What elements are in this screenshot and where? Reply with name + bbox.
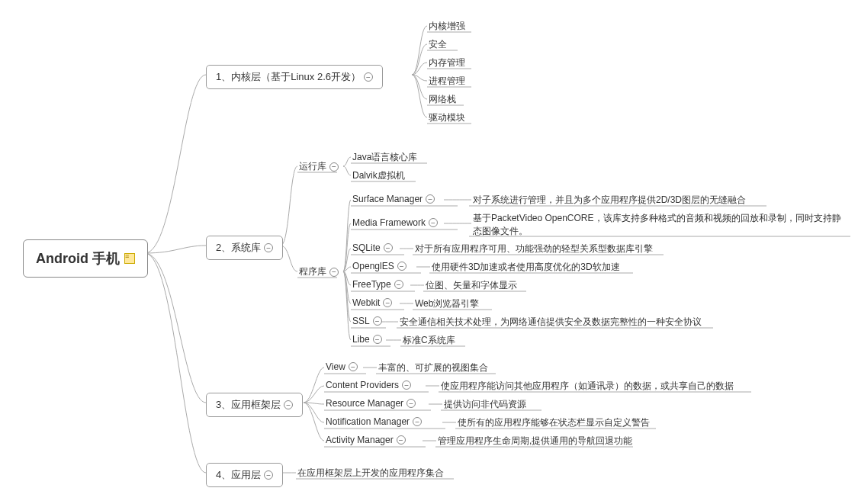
app-layer-desc[interactable]: 在应用框架层上开发的应用程序集合 (297, 467, 444, 480)
collapse-icon[interactable]: − (384, 243, 393, 252)
prglib-desc-2[interactable]: 对于所有应用程序可用、功能强劲的轻型关系型数据库引擎 (415, 242, 653, 255)
desc: 提供访问非代码资源 (444, 398, 526, 411)
collapse-icon[interactable]: − (402, 380, 411, 390)
kernel-child-2[interactable]: 内存管理 (429, 56, 465, 69)
label: 驱动模块 (429, 111, 465, 124)
label: 2、系统库 (216, 241, 261, 255)
label: 安全 (429, 38, 447, 51)
collapse-icon[interactable]: − (394, 280, 403, 289)
prglib-child-1[interactable]: Media Framework− (352, 217, 438, 228)
prglib-child-7[interactable]: Libe− (352, 334, 382, 345)
root-label: Android 手机 (36, 249, 120, 268)
prglib-child-0[interactable]: Surface Manager− (352, 194, 435, 204)
collapse-icon[interactable]: − (397, 262, 407, 271)
rtlib-child-1[interactable]: Dalvik虚拟机 (352, 169, 405, 182)
topic-app-framework[interactable]: 3、应用框架层 − (206, 393, 303, 417)
label: 程序库 (299, 265, 326, 278)
note-icon[interactable]: ≡ (124, 253, 135, 264)
prglib-child-6[interactable]: SSL− (352, 316, 382, 326)
prglib-desc-3[interactable]: 使用硬件3D加速或者使用高度优化的3D软加速 (432, 261, 620, 274)
label: 运行库 (299, 160, 326, 173)
prglib-child-4[interactable]: FreeType− (352, 279, 403, 290)
program-lib[interactable]: 程序库 − (299, 265, 339, 278)
kernel-child-3[interactable]: 进程管理 (429, 75, 465, 88)
label: FreeType (352, 279, 391, 290)
collapse-icon[interactable]: − (397, 435, 406, 445)
kernel-child-1[interactable]: 安全 (429, 38, 447, 51)
label: Content Providers (326, 380, 399, 390)
prglib-desc-7[interactable]: 标准C系统库 (403, 334, 455, 347)
label: 内核增强 (429, 20, 465, 33)
collapse-icon[interactable]: − (364, 72, 373, 82)
desc: 标准C系统库 (403, 334, 455, 347)
label: Resource Manager (326, 398, 403, 409)
collapse-icon[interactable]: − (284, 400, 293, 409)
desc: 使所有的应用程序能够在状态栏显示自定义警告 (458, 416, 650, 429)
fw-desc-1[interactable]: 使应用程序能访问其他应用程序（如通讯录）的数据，或共享自己的数据 (441, 380, 734, 393)
collapse-icon[interactable]: − (413, 417, 422, 426)
collapse-icon[interactable]: − (373, 335, 382, 344)
collapse-icon[interactable]: − (373, 316, 382, 326)
prglib-desc-5[interactable]: Web浏览器引擎 (415, 297, 479, 310)
prglib-desc-0[interactable]: 对子系统进行管理，并且为多个应用程序提供2D/3D图层的无缝融合 (473, 194, 746, 207)
desc: 对于所有应用程序可用、功能强劲的轻型关系型数据库引擎 (415, 242, 653, 255)
label: Media Framework (352, 217, 426, 228)
collapse-icon[interactable]: − (429, 218, 438, 227)
rtlib-child-0[interactable]: Java语言核心库 (352, 151, 417, 164)
desc: 使应用程序能访问其他应用程序（如通讯录）的数据，或共享自己的数据 (441, 380, 734, 393)
kernel-child-4[interactable]: 网络栈 (429, 93, 456, 106)
prglib-child-3[interactable]: OpenglES− (352, 261, 407, 271)
prglib-desc-4[interactable]: 位图、矢量和字体显示 (426, 279, 517, 292)
collapse-icon[interactable]: − (426, 194, 435, 204)
label: 进程管理 (429, 75, 465, 88)
label: Dalvik虚拟机 (352, 169, 405, 182)
label: Libe (352, 334, 370, 345)
collapse-icon[interactable]: − (264, 470, 273, 480)
root-node[interactable]: Android 手机 ≡ (23, 239, 148, 278)
desc: 使用硬件3D加速或者使用高度优化的3D软加速 (432, 261, 620, 274)
runtime-lib[interactable]: 运行库 − (299, 160, 339, 173)
collapse-icon[interactable]: − (264, 243, 273, 252)
fw-desc-4[interactable]: 管理应用程序生命周期,提供通用的导航回退功能 (438, 435, 632, 448)
fw-child-0[interactable]: View− (326, 361, 358, 372)
desc: 丰富的、可扩展的视图集合 (378, 361, 488, 374)
fw-desc-3[interactable]: 使所有的应用程序能够在状态栏显示自定义警告 (458, 416, 650, 429)
prglib-desc-1[interactable]: 基于PacketVideo OpenCORE，该库支持多种格式的音频和视频的回放… (473, 212, 847, 238)
label: Notification Manager (326, 416, 410, 427)
topic-kernel-layer[interactable]: 1、内核层（基于Linux 2.6开发） − (206, 65, 383, 89)
fw-desc-0[interactable]: 丰富的、可扩展的视图集合 (378, 361, 488, 374)
label: 3、应用框架层 (216, 398, 281, 412)
fw-child-2[interactable]: Resource Manager− (326, 398, 416, 409)
collapse-icon[interactable]: − (329, 162, 339, 172)
kernel-child-5[interactable]: 驱动模块 (429, 111, 465, 124)
prglib-desc-6[interactable]: 安全通信相关技术处理，为网络通信提供安全及数据完整性的一种安全协议 (400, 316, 702, 329)
label: 内存管理 (429, 56, 465, 69)
desc: 在应用框架层上开发的应用程序集合 (297, 467, 444, 480)
collapse-icon[interactable]: − (349, 362, 358, 371)
kernel-child-0[interactable]: 内核增强 (429, 20, 465, 33)
fw-child-3[interactable]: Notification Manager− (326, 416, 422, 427)
collapse-icon[interactable]: − (407, 399, 416, 408)
label: Surface Manager (352, 194, 423, 204)
label: Activity Manager (326, 435, 394, 445)
collapse-icon[interactable]: − (383, 298, 392, 307)
topic-system-libs[interactable]: 2、系统库 − (206, 236, 283, 260)
desc: Web浏览器引擎 (415, 297, 479, 310)
label: Webkit (352, 297, 380, 308)
prglib-child-5[interactable]: Webkit− (352, 297, 392, 308)
fw-desc-2[interactable]: 提供访问非代码资源 (444, 398, 526, 411)
label: 4、应用层 (216, 468, 261, 482)
desc: 对子系统进行管理，并且为多个应用程序提供2D/3D图层的无缝融合 (473, 194, 746, 207)
label: SQLite (352, 242, 381, 253)
prglib-child-2[interactable]: SQLite− (352, 242, 393, 253)
fw-child-1[interactable]: Content Providers− (326, 380, 411, 390)
topic-app-layer[interactable]: 4、应用层 − (206, 463, 283, 487)
fw-child-4[interactable]: Activity Manager− (326, 435, 406, 445)
desc: 安全通信相关技术处理，为网络通信提供安全及数据完整性的一种安全协议 (400, 316, 702, 329)
label: 网络栈 (429, 93, 456, 106)
label: View (326, 361, 345, 372)
desc: 基于PacketVideo OpenCORE，该库支持多种格式的音频和视频的回放… (473, 212, 847, 238)
label: OpenglES (352, 261, 394, 271)
desc: 位图、矢量和字体显示 (426, 279, 517, 292)
collapse-icon[interactable]: − (329, 268, 339, 277)
